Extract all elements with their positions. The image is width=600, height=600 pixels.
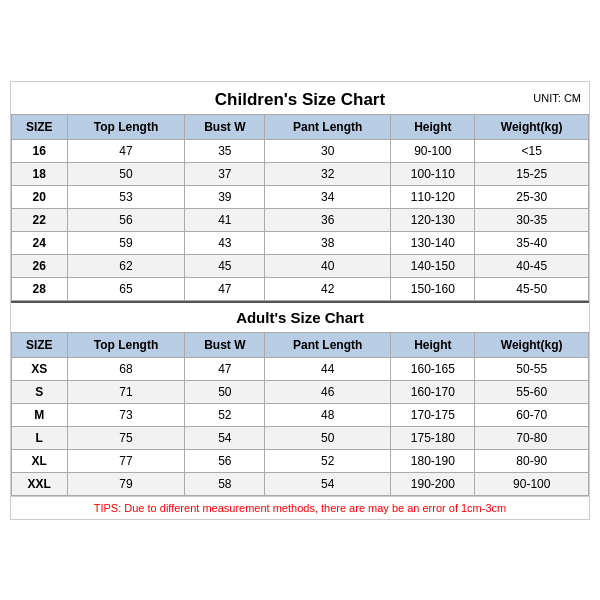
children-data-cell: 30 (265, 139, 391, 162)
children-data-cell: 62 (67, 254, 185, 277)
children-data-cell: 30-35 (475, 208, 589, 231)
children-table-row: 1647353090-100<15 (12, 139, 589, 162)
adult-table-row: XXL795854190-20090-100 (12, 472, 589, 495)
children-size-cell: 18 (12, 162, 68, 185)
children-data-cell: 38 (265, 231, 391, 254)
unit-label: UNIT: CM (533, 92, 581, 104)
adult-header-row: SIZE Top Length Bust W Pant Length Heigh… (12, 332, 589, 357)
tips-text: TIPS: Due to different measurement metho… (11, 496, 589, 519)
children-data-cell: 15-25 (475, 162, 589, 185)
children-data-cell: 140-150 (391, 254, 475, 277)
children-size-cell: 16 (12, 139, 68, 162)
col-header-top-length-children: Top Length (67, 114, 185, 139)
children-table-row: 20533934110-12025-30 (12, 185, 589, 208)
children-data-cell: 150-160 (391, 277, 475, 300)
adult-data-cell: 175-180 (391, 426, 475, 449)
children-data-cell: 65 (67, 277, 185, 300)
col-header-bust-w-adult: Bust W (185, 332, 265, 357)
adult-data-cell: 56 (185, 449, 265, 472)
children-data-cell: 37 (185, 162, 265, 185)
children-data-cell: 40 (265, 254, 391, 277)
adult-title-text: Adult's Size Chart (236, 309, 364, 326)
adult-data-cell: 44 (265, 357, 391, 380)
adult-data-cell: 160-165 (391, 357, 475, 380)
children-data-cell: 110-120 (391, 185, 475, 208)
children-data-cell: 50 (67, 162, 185, 185)
tips-content: TIPS: Due to different measurement metho… (94, 502, 506, 514)
adult-data-cell: 47 (185, 357, 265, 380)
col-header-bust-w-children: Bust W (185, 114, 265, 139)
adult-data-cell: 55-60 (475, 380, 589, 403)
adult-data-cell: 160-170 (391, 380, 475, 403)
adult-size-cell: XS (12, 357, 68, 380)
col-header-pant-length-children: Pant Length (265, 114, 391, 139)
children-size-cell: 24 (12, 231, 68, 254)
adult-data-cell: 54 (185, 426, 265, 449)
children-size-cell: 20 (12, 185, 68, 208)
adult-data-cell: 180-190 (391, 449, 475, 472)
col-header-top-length-adult: Top Length (67, 332, 185, 357)
adult-data-cell: 90-100 (475, 472, 589, 495)
children-data-cell: 100-110 (391, 162, 475, 185)
children-table-row: 26624540140-15040-45 (12, 254, 589, 277)
col-header-pant-length-adult: Pant Length (265, 332, 391, 357)
col-header-height-adult: Height (391, 332, 475, 357)
adult-chart-title: Adult's Size Chart (11, 301, 589, 332)
adult-data-cell: 77 (67, 449, 185, 472)
children-data-cell: 40-45 (475, 254, 589, 277)
adult-data-cell: 54 (265, 472, 391, 495)
adult-data-cell: 58 (185, 472, 265, 495)
adult-size-cell: S (12, 380, 68, 403)
adult-data-cell: 70-80 (475, 426, 589, 449)
children-data-cell: 90-100 (391, 139, 475, 162)
main-title: Children's Size Chart UNIT: CM (11, 82, 589, 114)
children-data-cell: 47 (185, 277, 265, 300)
adult-size-cell: M (12, 403, 68, 426)
children-data-cell: 120-130 (391, 208, 475, 231)
adult-table-row: L755450175-18070-80 (12, 426, 589, 449)
chart-container: Children's Size Chart UNIT: CM SIZE Top … (10, 81, 590, 520)
adult-table-row: XS684744160-16550-55 (12, 357, 589, 380)
children-data-cell: 32 (265, 162, 391, 185)
adult-data-cell: 50 (185, 380, 265, 403)
col-header-height-children: Height (391, 114, 475, 139)
children-data-cell: 25-30 (475, 185, 589, 208)
adult-size-cell: XXL (12, 472, 68, 495)
children-size-cell: 26 (12, 254, 68, 277)
adult-size-cell: XL (12, 449, 68, 472)
children-data-cell: 130-140 (391, 231, 475, 254)
children-table-row: 24594338130-14035-40 (12, 231, 589, 254)
children-data-cell: 35-40 (475, 231, 589, 254)
children-data-cell: 34 (265, 185, 391, 208)
adult-data-cell: 71 (67, 380, 185, 403)
adult-data-cell: 75 (67, 426, 185, 449)
children-chart-title: Children's Size Chart (215, 90, 385, 109)
children-data-cell: 56 (67, 208, 185, 231)
children-size-table: SIZE Top Length Bust W Pant Length Heigh… (11, 114, 589, 301)
adult-size-table: SIZE Top Length Bust W Pant Length Heigh… (11, 332, 589, 496)
adult-data-cell: 52 (265, 449, 391, 472)
adult-data-cell: 52 (185, 403, 265, 426)
adult-table-row: S715046160-17055-60 (12, 380, 589, 403)
adult-table-row: XL775652180-19080-90 (12, 449, 589, 472)
adult-data-cell: 50 (265, 426, 391, 449)
adult-data-cell: 80-90 (475, 449, 589, 472)
children-table-row: 22564136120-13030-35 (12, 208, 589, 231)
children-data-cell: 42 (265, 277, 391, 300)
children-data-cell: 35 (185, 139, 265, 162)
adult-data-cell: 190-200 (391, 472, 475, 495)
children-data-cell: 45 (185, 254, 265, 277)
adult-data-cell: 48 (265, 403, 391, 426)
children-data-cell: 39 (185, 185, 265, 208)
children-data-cell: 59 (67, 231, 185, 254)
adult-data-cell: 170-175 (391, 403, 475, 426)
children-size-cell: 28 (12, 277, 68, 300)
children-size-cell: 22 (12, 208, 68, 231)
children-table-row: 28654742150-16045-50 (12, 277, 589, 300)
children-data-cell: 53 (67, 185, 185, 208)
children-data-cell: 43 (185, 231, 265, 254)
adult-data-cell: 68 (67, 357, 185, 380)
children-data-cell: 45-50 (475, 277, 589, 300)
adult-table-row: M735248170-17560-70 (12, 403, 589, 426)
adult-data-cell: 46 (265, 380, 391, 403)
